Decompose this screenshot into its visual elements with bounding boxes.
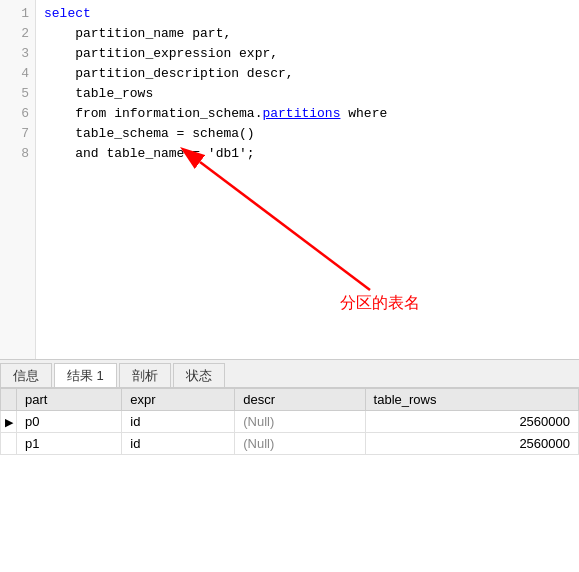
line-num-1: 1 [21, 4, 29, 24]
cell-expr-1: id [122, 411, 235, 433]
line-num-7: 7 [21, 124, 29, 144]
line-numbers: 1 2 3 4 5 6 7 8 [0, 0, 36, 359]
cell-descr-1: (Null) [235, 411, 365, 433]
code-line-1: select [44, 4, 571, 24]
code-line-5: table_rows [44, 84, 571, 104]
tabs-bar: 信息 结果 1 剖析 状态 [0, 360, 579, 388]
code-line-4: partition_description descr, [44, 64, 571, 84]
results-area: part expr descr table_rows ▶ p0 id (Null… [0, 388, 579, 455]
code-line-3: partition_expression expr, [44, 44, 571, 64]
cell-expr-2: id [122, 433, 235, 455]
code-line-8: and table_name = 'db1'; [44, 144, 571, 164]
line-num-8: 8 [21, 144, 29, 164]
col-expr: expr [122, 389, 235, 411]
cell-part-2: p1 [17, 433, 122, 455]
line-num-3: 3 [21, 44, 29, 64]
code-line-7: table_schema = schema() [44, 124, 571, 144]
line-num-5: 5 [21, 84, 29, 104]
row-indicator-2 [1, 433, 17, 455]
cell-rows-1: 2560000 [365, 411, 578, 433]
table-row: ▶ p0 id (Null) 2560000 [1, 411, 579, 433]
col-descr: descr [235, 389, 365, 411]
code-lines: select partition_name part, partition_ex… [36, 0, 579, 359]
col-indicator [1, 389, 17, 411]
col-part: part [17, 389, 122, 411]
code-line-2: partition_name part, [44, 24, 571, 44]
code-editor: 1 2 3 4 5 6 7 8 select partition_name pa… [0, 0, 579, 360]
tab-result1[interactable]: 结果 1 [54, 363, 117, 387]
keyword-select: select [44, 6, 91, 21]
line-num-4: 4 [21, 64, 29, 84]
cell-descr-2: (Null) [235, 433, 365, 455]
row-indicator-1: ▶ [1, 411, 17, 433]
table-header-row: part expr descr table_rows [1, 389, 579, 411]
col-table-rows: table_rows [365, 389, 578, 411]
line-num-2: 2 [21, 24, 29, 44]
code-line-6: from information_schema.partitions where [44, 104, 571, 124]
tab-profile[interactable]: 剖析 [119, 363, 171, 387]
cell-rows-2: 2560000 [365, 433, 578, 455]
tab-status[interactable]: 状态 [173, 363, 225, 387]
line-num-6: 6 [21, 104, 29, 124]
cell-part-1: p0 [17, 411, 122, 433]
table-row: p1 id (Null) 2560000 [1, 433, 579, 455]
results-table: part expr descr table_rows ▶ p0 id (Null… [0, 388, 579, 455]
tab-info[interactable]: 信息 [0, 363, 52, 387]
link-partitions[interactable]: partitions [262, 106, 340, 121]
